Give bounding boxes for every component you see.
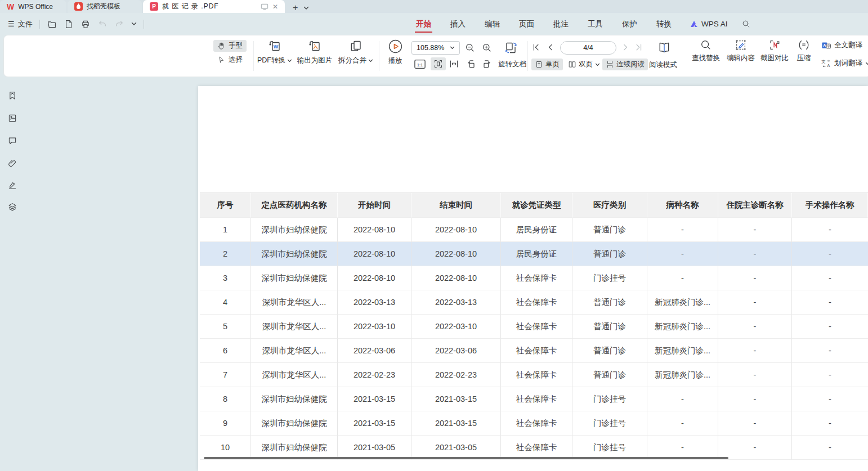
- table-cell: 社会保障卡: [501, 411, 572, 436]
- zoom-in-icon[interactable]: [481, 42, 493, 53]
- table-cell: 普通门诊: [572, 242, 647, 266]
- edit-content-button[interactable]: 编辑内容: [724, 39, 757, 63]
- full-translate-icon: A 字: [821, 41, 831, 50]
- rotate-right-icon[interactable]: [481, 59, 493, 70]
- pdf-convert-icon: W: [267, 39, 282, 53]
- find-replace-button[interactable]: 查找替换: [690, 39, 722, 63]
- print-icon[interactable]: [80, 19, 91, 29]
- screenshot-compare-button[interactable]: 截图对比: [758, 39, 791, 63]
- select-tool-button[interactable]: 选择: [213, 54, 247, 66]
- menu-tab-edit[interactable]: 编辑: [484, 17, 501, 32]
- single-page-button[interactable]: 单页: [531, 59, 563, 70]
- fit-width-button[interactable]: [449, 59, 459, 69]
- table-cell: 社会保障卡: [501, 266, 572, 290]
- menu-tab-home[interactable]: 开始: [415, 17, 432, 32]
- table-header-cell: 定点医药机构名称: [251, 193, 338, 218]
- tab-document-pdf[interactable]: P 就 医 记 录 .PDF ✕: [143, 0, 285, 13]
- double-page-label: 双页: [579, 60, 593, 69]
- table-cell: 深圳市妇幼保健院: [251, 436, 338, 460]
- compress-button[interactable]: 压缩: [793, 39, 815, 63]
- first-page-icon[interactable]: [531, 43, 540, 52]
- table-cell: -: [647, 436, 718, 460]
- pdf-file-icon: P: [150, 2, 158, 11]
- menu-tab-convert[interactable]: 转换: [655, 17, 673, 32]
- rotate-left-icon[interactable]: [466, 59, 477, 70]
- medical-records-table: 序号定点医药机构名称开始时间结束时间就诊凭证类型医疗类别病种名称住院主诊断名称手…: [200, 192, 868, 460]
- previous-page-icon[interactable]: [546, 43, 555, 52]
- read-mode-label[interactable]: 阅读模式: [649, 60, 677, 70]
- menu-tab-protect[interactable]: 保护: [621, 17, 638, 32]
- table-cell: 2022-08-10: [338, 218, 411, 242]
- tab-wps-home[interactable]: W WPS Office: [0, 0, 66, 13]
- save-icon[interactable]: [64, 19, 74, 29]
- actual-size-button[interactable]: 1:1: [414, 59, 426, 70]
- table-cell: -: [792, 339, 868, 363]
- hamburger-icon: ☰: [8, 20, 15, 28]
- signature-panel-icon[interactable]: [7, 180, 17, 190]
- table-row: 2深圳市妇幼保健院2022-08-102022-08-10居民身份证普通门诊--…: [200, 242, 868, 266]
- continuous-read-button[interactable]: 连续阅读: [602, 59, 648, 70]
- table-row: 1深圳市妇幼保健院2022-08-102022-08-10居民身份证普通门诊--…: [200, 218, 868, 242]
- table-cell: -: [647, 242, 718, 266]
- search-menu-icon[interactable]: [741, 19, 751, 29]
- zoom-out-icon[interactable]: [464, 42, 476, 53]
- table-cell: 3: [200, 266, 251, 290]
- tab-list-chevron-icon[interactable]: [303, 6, 309, 10]
- fit-page-button[interactable]: [431, 57, 446, 70]
- pdf-convert-button[interactable]: W PDF转换: [257, 39, 292, 65]
- rotate-doc-label[interactable]: 旋转文档: [498, 60, 526, 69]
- table-row: 9深圳市妇幼保健院2021-03-152021-03-15社会保障卡门诊挂号--…: [200, 411, 868, 436]
- full-translate-button[interactable]: A 字 全文翻译: [821, 41, 862, 50]
- table-row: 3深圳市妇幼保健院2022-08-102022-08-10社会保障卡门诊挂号--…: [200, 266, 868, 290]
- horizontal-scrollbar-thumb[interactable]: [204, 457, 728, 459]
- close-tab-icon[interactable]: ✕: [272, 3, 278, 11]
- table-cell: 新冠肺炎门诊...: [647, 339, 718, 363]
- layers-panel-icon[interactable]: [7, 202, 17, 212]
- menu-tab-page[interactable]: 页面: [518, 17, 535, 32]
- divider: [253, 41, 254, 71]
- rotate-pages-icon[interactable]: [504, 41, 518, 55]
- open-file-icon[interactable]: [47, 19, 57, 29]
- read-mode-book-icon[interactable]: [657, 41, 672, 55]
- bookmarks-panel-icon[interactable]: [7, 91, 17, 101]
- export-image-button[interactable]: 输出为图片: [296, 39, 334, 65]
- split-merge-button[interactable]: 拆分合并: [337, 39, 374, 65]
- zoom-level-select[interactable]: 105.88%: [411, 41, 460, 55]
- screenshot-compare-icon: [768, 39, 781, 51]
- next-page-icon[interactable]: [621, 43, 630, 52]
- thumbnails-panel-icon[interactable]: [7, 113, 17, 123]
- double-page-button[interactable]: 双页: [565, 59, 603, 70]
- comments-panel-icon[interactable]: [7, 136, 17, 146]
- play-slideshow-button[interactable]: 播放: [383, 39, 407, 66]
- menu-tab-insert[interactable]: 插入: [449, 17, 467, 32]
- table-cell: 2022-08-10: [411, 218, 501, 242]
- table-cell: 社会保障卡: [501, 290, 572, 315]
- table-cell: -: [647, 266, 718, 290]
- undo-icon[interactable]: [97, 19, 108, 29]
- table-cell: 深圳市妇幼保健院: [251, 218, 338, 242]
- last-page-icon[interactable]: [634, 43, 643, 52]
- menu-tab-comment[interactable]: 批注: [552, 17, 570, 32]
- edit-content-label: 编辑内容: [727, 53, 755, 63]
- wps-ai-button[interactable]: WPS AI: [690, 20, 728, 28]
- hand-tool-button[interactable]: 手型: [213, 40, 247, 52]
- table-row: 4深圳市龙华区人...2022-03-132022-03-13社会保障卡普通门诊…: [200, 290, 868, 315]
- redo-icon[interactable]: [114, 19, 124, 29]
- quick-access-chevron-icon[interactable]: [131, 22, 137, 26]
- detach-window-icon[interactable]: [261, 3, 269, 10]
- menu-tab-tools[interactable]: 工具: [587, 17, 604, 32]
- table-cell: 9: [200, 411, 251, 436]
- table-cell: -: [718, 363, 792, 387]
- new-tab-button[interactable]: +: [293, 3, 298, 13]
- word-translate-button[interactable]: 文 A 划词翻译: [821, 59, 868, 68]
- table-cell: 普通门诊: [572, 290, 647, 315]
- table-cell: 社会保障卡: [501, 387, 572, 411]
- document-page[interactable]: 序号定点医药机构名称开始时间结束时间就诊凭证类型医疗类别病种名称住院主诊断名称手…: [198, 86, 868, 471]
- tab-docer-templates[interactable]: 找稻壳模板: [68, 0, 142, 13]
- table-cell: 2022-08-10: [411, 266, 501, 290]
- page-indicator-input[interactable]: 4/4: [560, 41, 616, 55]
- table-cell: 新冠肺炎门诊...: [647, 290, 718, 315]
- file-menu[interactable]: ☰ 文件: [8, 19, 33, 29]
- table-cell: -: [718, 242, 792, 266]
- attachments-panel-icon[interactable]: [7, 158, 17, 168]
